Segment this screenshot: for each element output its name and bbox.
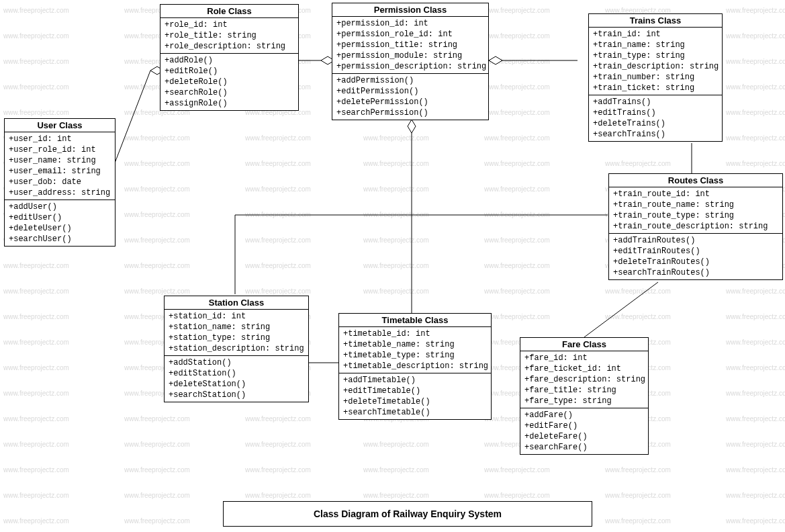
watermark: www.freeprojectz.com <box>3 390 69 397</box>
watermark: www.freeprojectz.com <box>363 160 429 167</box>
class-ops: +addPermission()+editPermission()+delete… <box>332 74 488 120</box>
watermark: www.freeprojectz.com <box>3 32 69 40</box>
watermark: www.freeprojectz.com <box>726 415 785 423</box>
watermark: www.freeprojectz.com <box>605 492 671 499</box>
watermark: www.freeprojectz.com <box>245 492 311 499</box>
watermark: www.freeprojectz.com <box>124 441 190 448</box>
watermark: www.freeprojectz.com <box>726 32 785 40</box>
class-attrs: +timetable_id: int+timetable_name: strin… <box>339 327 491 373</box>
class-trains: Trains Class +train_id: int+train_name: … <box>588 13 723 142</box>
watermark: www.freeprojectz.com <box>605 287 671 295</box>
class-ops: +addTrains()+editTrains()+deleteTrains()… <box>589 95 722 141</box>
watermark: www.freeprojectz.com <box>726 7 785 14</box>
watermark: www.freeprojectz.com <box>245 160 311 167</box>
class-ops: +addUser()+editUser()+deleteUser()+searc… <box>5 200 115 246</box>
watermark: www.freeprojectz.com <box>124 415 190 423</box>
watermark: www.freeprojectz.com <box>363 134 429 142</box>
class-ops: +addStation()+editStation()+deleteStatio… <box>165 356 308 402</box>
watermark: www.freeprojectz.com <box>245 236 311 244</box>
watermark: www.freeprojectz.com <box>124 517 190 525</box>
class-ops: +addFare()+editFare()+deleteFare()+searc… <box>520 408 648 454</box>
watermark: www.freeprojectz.com <box>3 517 69 525</box>
class-title: Routes Class <box>609 174 782 187</box>
watermark: www.freeprojectz.com <box>124 262 190 269</box>
watermark: www.freeprojectz.com <box>363 236 429 244</box>
svg-marker-5 <box>489 56 502 64</box>
watermark: www.freeprojectz.com <box>124 287 190 295</box>
watermark: www.freeprojectz.com <box>245 211 311 218</box>
watermark: www.freeprojectz.com <box>245 134 311 142</box>
diagram-title-label: Class Diagram of Railway Enquiry System <box>314 508 502 519</box>
watermark: www.freeprojectz.com <box>484 7 550 14</box>
watermark: www.freeprojectz.com <box>3 313 69 320</box>
watermark: www.freeprojectz.com <box>484 211 550 218</box>
class-permission: Permission Class +permission_id: int+per… <box>332 3 489 120</box>
watermark: www.freeprojectz.com <box>726 390 785 397</box>
watermark: www.freeprojectz.com <box>484 236 550 244</box>
watermark: www.freeprojectz.com <box>124 211 190 218</box>
class-title: Fare Class <box>520 338 648 351</box>
watermark: www.freeprojectz.com <box>363 262 429 269</box>
watermark: www.freeprojectz.com <box>726 441 785 448</box>
watermark: www.freeprojectz.com <box>124 185 190 193</box>
class-title: Trains Class <box>589 14 722 28</box>
class-ops: +addTrainRoutes()+editTrainRoutes()+dele… <box>609 234 782 279</box>
class-attrs: +train_route_id: int+train_route_name: s… <box>609 187 782 234</box>
watermark: www.freeprojectz.com <box>726 313 785 320</box>
watermark: www.freeprojectz.com <box>245 262 311 269</box>
watermark: www.freeprojectz.com <box>484 134 550 142</box>
class-title: Timetable Class <box>339 314 491 327</box>
watermark: www.freeprojectz.com <box>124 492 190 499</box>
watermark: www.freeprojectz.com <box>3 441 69 448</box>
class-fare: Fare Class +fare_id: int+fare_ticket_id:… <box>520 337 649 455</box>
watermark: www.freeprojectz.com <box>726 492 785 499</box>
watermark: www.freeprojectz.com <box>726 339 785 346</box>
watermark: www.freeprojectz.com <box>726 109 785 116</box>
watermark: www.freeprojectz.com <box>605 313 671 320</box>
watermark: www.freeprojectz.com <box>363 211 429 218</box>
class-timetable: Timetable Class +timetable_id: int+timet… <box>338 313 492 420</box>
watermark: www.freeprojectz.com <box>484 109 550 116</box>
diagram-title: Class Diagram of Railway Enquiry System <box>223 501 592 527</box>
watermark: www.freeprojectz.com <box>484 262 550 269</box>
watermark: www.freeprojectz.com <box>124 160 190 167</box>
class-role: Role Class +role_id: int+role_title: str… <box>160 4 299 111</box>
watermark: www.freeprojectz.com <box>124 236 190 244</box>
watermark: www.freeprojectz.com <box>3 415 69 423</box>
watermark: www.freeprojectz.com <box>124 466 190 474</box>
watermark: www.freeprojectz.com <box>484 287 550 295</box>
watermark: www.freeprojectz.com <box>3 109 69 116</box>
watermark: www.freeprojectz.com <box>484 313 550 320</box>
watermark: www.freeprojectz.com <box>3 492 69 499</box>
watermark: www.freeprojectz.com <box>124 134 190 142</box>
watermark: www.freeprojectz.com <box>3 58 69 65</box>
watermark: www.freeprojectz.com <box>484 492 550 499</box>
watermark: www.freeprojectz.com <box>3 262 69 269</box>
svg-line-0 <box>114 71 150 165</box>
watermark: www.freeprojectz.com <box>363 441 429 448</box>
watermark: www.freeprojectz.com <box>3 7 69 14</box>
class-title: Station Class <box>165 296 308 310</box>
class-attrs: +train_id: int+train_name: string+train_… <box>589 28 722 95</box>
class-ops: +addTimetable()+editTimetable()+deleteTi… <box>339 373 491 419</box>
watermark: www.freeprojectz.com <box>245 441 311 448</box>
watermark: www.freeprojectz.com <box>3 339 69 346</box>
watermark: www.freeprojectz.com <box>363 287 429 295</box>
diagram-canvas: www.freeprojectz.comwww.freeprojectz.com… <box>0 0 785 532</box>
watermark: www.freeprojectz.com <box>726 160 785 167</box>
watermark: www.freeprojectz.com <box>363 492 429 499</box>
class-ops: +addRole()+editRole()+deleteRole()+searc… <box>160 54 298 110</box>
class-title: User Class <box>5 119 115 132</box>
watermark: www.freeprojectz.com <box>245 466 311 474</box>
svg-line-9 <box>584 282 658 337</box>
class-attrs: +role_id: int+role_title: string+role_de… <box>160 18 298 54</box>
class-title: Role Class <box>160 5 298 18</box>
watermark: www.freeprojectz.com <box>726 134 785 142</box>
watermark: www.freeprojectz.com <box>3 83 69 91</box>
svg-marker-7 <box>408 120 416 133</box>
watermark: www.freeprojectz.com <box>363 185 429 193</box>
watermark: www.freeprojectz.com <box>363 466 429 474</box>
watermark: www.freeprojectz.com <box>605 160 671 167</box>
watermark: www.freeprojectz.com <box>3 466 69 474</box>
watermark: www.freeprojectz.com <box>484 83 550 91</box>
